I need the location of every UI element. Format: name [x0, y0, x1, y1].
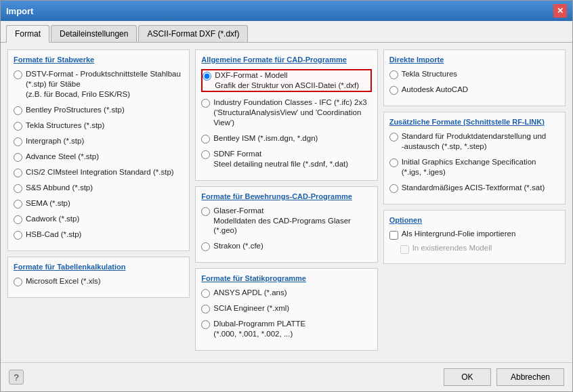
close-button[interactable]: ✕	[553, 4, 567, 18]
radio-glaser-label: Glaser-FormatModelldaten des CAD-Program…	[213, 206, 371, 236]
radio-strakon-label: Strakon (*.cfe)	[213, 241, 263, 251]
radio-excel-label: Microsoft Excel (*.xls)	[26, 276, 101, 286]
radio-tekla-stp[interactable]: Tekla Structures (*.stp)	[14, 121, 184, 131]
radio-sema-label: SEMA (*.stp)	[26, 198, 70, 209]
panel-stabwerke: Formate für Stabwerke DSTV-Format - Prod…	[7, 49, 190, 251]
radio-dlubal[interactable]: Dlubal-Programm PLATTE(*.000, *.001, *.0…	[201, 319, 371, 339]
radio-advance-label: Advance Steel (*.stp)	[26, 152, 99, 162]
radio-autocad-label: Autodesk AutoCAD	[402, 85, 468, 95]
radio-cadwork-label: Cadwork (*.stp)	[26, 214, 79, 224]
help-button[interactable]: ?	[9, 370, 24, 385]
checkbox-hintergrund-label: Als Hintergrund-Folie importieren	[402, 230, 516, 238]
checkbox-existierend[interactable]: In existierendes Modell	[400, 244, 559, 254]
radio-scia[interactable]: SCIA Engineer (*.xml)	[201, 303, 371, 313]
radio-iges[interactable]: Initial Graphics Exchange Specification(…	[389, 157, 559, 177]
radio-dxf-label: DXF-Format - ModellGrafik der Struktur v…	[215, 70, 359, 91]
panel-optionen: Optionen Als Hintergrund-Folie importier…	[383, 210, 566, 264]
panel-stabwerke-title: Formate für Stabwerke	[14, 56, 184, 64]
radio-ss-abbund-label: S&S Abbund (*.stp)	[26, 183, 93, 193]
radio-bentley-ism[interactable]: Bentley ISM (*.ism.dgn, *.dgn)	[201, 133, 371, 144]
radio-standard-rf[interactable]: Standard für Produktdatendarstellung und…	[389, 131, 559, 152]
checkbox-existierend-label: In existierendes Modell	[412, 244, 492, 252]
panel-direkte: Direkte Importe Tekla Structures Autodes…	[383, 49, 566, 106]
panel-optionen-title: Optionen	[389, 216, 559, 224]
cancel-button[interactable]: Abbrechen	[496, 368, 564, 386]
radio-iges-label: Initial Graphics Exchange Specification(…	[402, 157, 536, 177]
radio-scia-label: SCIA Engineer (*.xml)	[213, 303, 289, 313]
radio-excel[interactable]: Microsoft Excel (*.xls)	[14, 276, 184, 286]
panel-statik: Formate für Statikprogramme ANSYS APDL (…	[195, 268, 377, 351]
radio-dstv[interactable]: DSTV-Format - Produktschnittstelle Stahl…	[14, 69, 184, 100]
radio-standard-rf-label: Standard für Produktdatendarstellung und…	[402, 131, 547, 152]
tabs-bar: Format Detaileinstellungen ASCII-Format …	[1, 21, 572, 43]
radio-ss-abbund[interactable]: S&S Abbund (*.stp)	[14, 183, 184, 193]
col-right: Direkte Importe Tekla Structures Autodes…	[383, 49, 566, 351]
radio-intergraph-label: Intergraph (*.stp)	[26, 136, 84, 146]
radio-dlubal-label: Dlubal-Programm PLATTE(*.000, *.001, *.0…	[213, 319, 305, 339]
panel-cad: Allgemeine Formate für CAD-Programme DXF…	[195, 49, 377, 181]
radio-advance[interactable]: Advance Steel (*.stp)	[14, 152, 184, 162]
tab-ascii[interactable]: ASCII-Format DXF (*.dxf)	[138, 25, 248, 42]
tab-format[interactable]: Format	[6, 25, 49, 43]
radio-sdnf[interactable]: SDNF FormatSteel detailing neutral file …	[201, 149, 371, 169]
radio-dstv-label: DSTV-Format - Produktschnittstelle Stahl…	[26, 69, 181, 100]
ok-button[interactable]: OK	[444, 368, 491, 386]
radio-tekla-direct-label: Tekla Structures	[402, 69, 457, 79]
panel-tabellen-title: Formate für Tabellenkalkulation	[14, 263, 184, 271]
radio-ifc[interactable]: Industry Foundation Classes - IFC (*.ifc…	[201, 97, 371, 128]
panel-zusaetzliche-title: Zusätzliche Formate (Schnittstelle RF-LI…	[389, 118, 559, 126]
action-buttons: OK Abbrechen	[444, 368, 564, 386]
radio-sema[interactable]: SEMA (*.stp)	[14, 198, 184, 209]
radio-tekla-stp-label: Tekla Structures (*.stp)	[26, 121, 104, 131]
panel-direkte-title: Direkte Importe	[389, 56, 559, 64]
window-title: Import	[6, 6, 33, 16]
radio-autocad[interactable]: Autodesk AutoCAD	[389, 85, 559, 95]
radio-hsb-label: HSB-Cad (*.stp)	[26, 230, 81, 240]
panel-zusaetzliche: Zusätzliche Formate (Schnittstelle RF-LI…	[383, 112, 566, 204]
import-dialog: Import ✕ Format Detaileinstellungen ASCI…	[0, 0, 573, 392]
panel-cad-title: Allgemeine Formate für CAD-Programme	[201, 56, 371, 64]
panel-tabellen: Formate für Tabellenkalkulation Microsof…	[7, 257, 190, 298]
radio-cadwork[interactable]: Cadwork (*.stp)	[14, 214, 184, 224]
panel-bewehrung-title: Formate für Bewehrungs-CAD-Programme	[201, 192, 371, 200]
panel-statik-title: Formate für Statikprogramme	[201, 274, 371, 282]
radio-tekla-direct[interactable]: Tekla Structures	[389, 69, 559, 79]
radio-intergraph[interactable]: Intergraph (*.stp)	[14, 136, 184, 146]
title-bar: Import ✕	[1, 1, 572, 21]
radio-bentley-pro[interactable]: Bentley ProStructures (*.stp)	[14, 105, 184, 115]
radio-hsb[interactable]: HSB-Cad (*.stp)	[14, 230, 184, 240]
main-content: Formate für Stabwerke DSTV-Format - Prod…	[1, 43, 572, 362]
radio-dxf[interactable]: DXF-Format - ModellGrafik der Struktur v…	[201, 69, 371, 92]
radio-acis-label: Standardmäßiges ACIS-Textformat (*.sat)	[402, 183, 545, 193]
radio-ifc-label: Industry Foundation Classes - IFC (*.ifc…	[213, 97, 371, 128]
radio-bentley-pro-label: Bentley ProStructures (*.stp)	[26, 105, 125, 115]
panel-bewehrung: Formate für Bewehrungs-CAD-Programme Gla…	[195, 186, 377, 263]
radio-sdnf-label: SDNF FormatSteel detailing neutral file …	[213, 149, 348, 169]
tab-detail[interactable]: Detaileinstellungen	[51, 25, 137, 42]
radio-strakon[interactable]: Strakon (*.cfe)	[201, 241, 371, 251]
checkbox-hintergrund[interactable]: Als Hintergrund-Folie importieren	[389, 230, 559, 240]
radio-cis2-label: CIS/2 CIMsteel Integration Standard (*.s…	[26, 167, 174, 177]
bottom-bar: ? OK Abbrechen	[1, 362, 572, 391]
radio-ansys-label: ANSYS APDL (*.ans)	[213, 288, 286, 298]
radio-acis[interactable]: Standardmäßiges ACIS-Textformat (*.sat)	[389, 183, 559, 193]
radio-bentley-ism-label: Bentley ISM (*.ism.dgn, *.dgn)	[213, 133, 318, 144]
radio-glaser[interactable]: Glaser-FormatModelldaten des CAD-Program…	[201, 206, 371, 236]
radio-cis2[interactable]: CIS/2 CIMsteel Integration Standard (*.s…	[14, 167, 184, 177]
radio-ansys[interactable]: ANSYS APDL (*.ans)	[201, 288, 371, 298]
